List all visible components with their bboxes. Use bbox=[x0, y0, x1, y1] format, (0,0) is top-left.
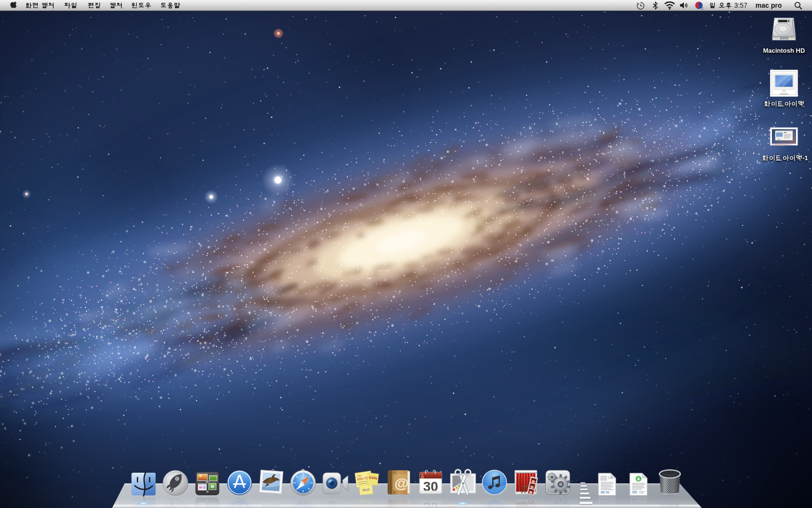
svg-text:@: @ bbox=[394, 503, 408, 508]
svg-text:Lou: Lou bbox=[357, 474, 361, 477]
svg-text:2: 2 bbox=[701, 7, 703, 10]
svg-text:MUF: MUF bbox=[362, 488, 370, 492]
svg-text:MUF: MUF bbox=[362, 502, 370, 506]
svg-text:@: @ bbox=[394, 475, 408, 491]
